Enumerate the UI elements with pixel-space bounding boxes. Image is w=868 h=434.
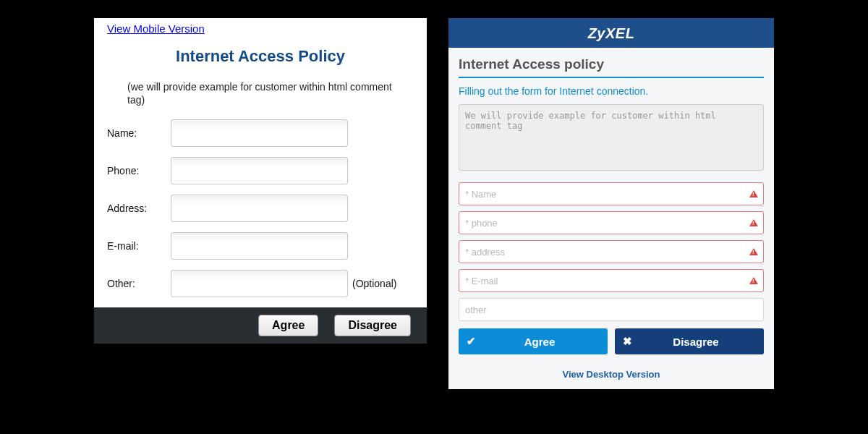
- view-mobile-link[interactable]: View Mobile Version: [107, 22, 205, 35]
- agree-button[interactable]: Agree: [258, 315, 318, 336]
- mobile-button-row: ✔ Agree ✖ Disagree: [459, 328, 764, 354]
- brand-logo: ZyXEL: [588, 25, 635, 41]
- optional-text: (Optional): [352, 278, 396, 289]
- mobile-phone-input[interactable]: [459, 211, 764, 234]
- close-icon: ✖: [615, 335, 639, 348]
- email-input[interactable]: [171, 232, 348, 260]
- field-row-email: E-mail:: [107, 232, 414, 260]
- mobile-panel: ZyXEL Internet Access policy Filling out…: [448, 18, 774, 389]
- name-input[interactable]: [171, 119, 348, 147]
- mobile-field-address: [459, 240, 764, 263]
- other-input[interactable]: [171, 270, 348, 297]
- mobile-disagree-button[interactable]: ✖ Disagree: [615, 328, 764, 354]
- mobile-footer: View Desktop Version: [448, 362, 774, 389]
- mobile-header: ZyXEL: [448, 18, 774, 48]
- mobile-body: Internet Access policy Filling out the f…: [448, 48, 774, 362]
- warning-icon: [749, 277, 758, 284]
- view-desktop-link[interactable]: View Desktop Version: [563, 369, 660, 380]
- mobile-agree-label: Agree: [483, 336, 608, 348]
- phone-label: Phone:: [107, 165, 171, 176]
- other-label: Other:: [107, 278, 171, 289]
- address-label: Address:: [107, 203, 171, 214]
- warning-icon: [749, 219, 758, 226]
- mobile-title: Internet Access policy: [459, 56, 764, 78]
- desktop-panel: View Mobile Version Internet Access Poli…: [94, 18, 427, 344]
- mobile-address-input[interactable]: [459, 240, 764, 263]
- field-row-address: Address:: [107, 195, 414, 222]
- address-input[interactable]: [171, 195, 348, 222]
- mobile-disagree-label: Disagree: [639, 336, 764, 348]
- email-label: E-mail:: [107, 240, 171, 252]
- mobile-agree-button[interactable]: ✔ Agree: [459, 328, 608, 354]
- warning-icon: [749, 248, 758, 255]
- mobile-email-input[interactable]: [459, 269, 764, 292]
- field-row-name: Name:: [107, 119, 414, 147]
- mobile-field-name: [459, 182, 764, 205]
- desktop-footer: Agree Disagree: [94, 307, 427, 344]
- mobile-field-email: [459, 269, 764, 292]
- hint-text: (we will provide example for customer wi…: [127, 80, 407, 106]
- name-label: Name:: [107, 127, 171, 139]
- check-icon: ✔: [459, 335, 483, 348]
- field-row-phone: Phone:: [107, 157, 414, 184]
- field-row-other: Other: (Optional): [107, 270, 414, 297]
- mobile-name-input[interactable]: [459, 182, 764, 205]
- disagree-button[interactable]: Disagree: [334, 315, 411, 336]
- mobile-field-phone: [459, 211, 764, 234]
- mobile-other-input[interactable]: [459, 298, 764, 321]
- warning-icon: [749, 190, 758, 197]
- policy-textarea[interactable]: We will provide example for customer wit…: [459, 104, 764, 171]
- phone-input[interactable]: [171, 157, 348, 184]
- mobile-subtitle: Filling out the form for Internet connec…: [459, 85, 764, 97]
- page-title: Internet Access Policy: [107, 47, 414, 66]
- mobile-field-other: [459, 298, 764, 321]
